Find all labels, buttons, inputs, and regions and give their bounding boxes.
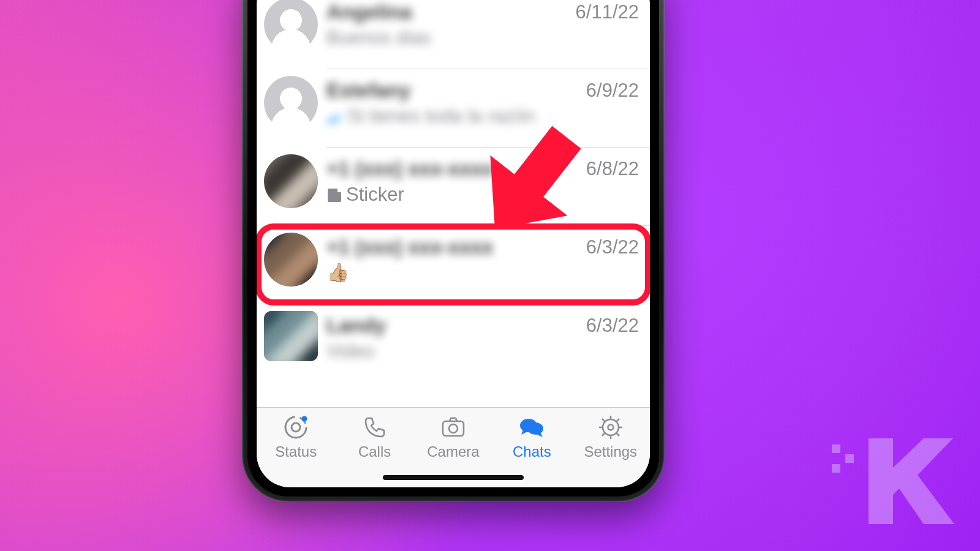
chat-snippet-text: Sticker xyxy=(346,184,404,205)
chat-row[interactable]: +1 (xxx) xxx-xxxx Sticker 6/8/22 xyxy=(257,147,650,225)
chat-snippet: 👍🏼 xyxy=(326,262,640,283)
svg-rect-20 xyxy=(845,454,854,463)
phone-icon xyxy=(361,414,388,441)
avatar-icon xyxy=(264,0,318,51)
tab-calls[interactable]: Calls xyxy=(338,414,412,460)
chat-row[interactable]: Estefany Si tienes toda la razón 6/9/22 xyxy=(257,69,650,147)
svg-point-7 xyxy=(603,419,619,435)
tab-settings[interactable]: Settings xyxy=(574,414,647,460)
status-icon xyxy=(282,414,309,441)
stage: Angelina Buenos dias 6/11/22 Estefany Si… xyxy=(0,0,980,551)
chat-snippet: Video xyxy=(326,340,640,362)
svg-rect-21 xyxy=(832,464,840,473)
gear-icon xyxy=(597,414,624,441)
chat-snippet-text: Si tienes toda la razón xyxy=(347,105,535,127)
chat-date: 6/8/22 xyxy=(586,158,639,180)
chat-snippet: Si tienes toda la razón xyxy=(326,105,640,130)
chat-date: 6/3/22 xyxy=(586,315,639,337)
row-divider xyxy=(326,304,650,304)
svg-rect-3 xyxy=(443,421,464,436)
tab-label: Settings xyxy=(574,443,647,460)
svg-line-14 xyxy=(616,433,619,437)
tab-status[interactable]: Status xyxy=(259,414,333,460)
svg-line-13 xyxy=(602,419,605,422)
sticker-icon xyxy=(326,186,342,208)
chat-row[interactable]: Angelina Buenos dias 6/11/22 xyxy=(257,0,650,69)
tab-label: Chats xyxy=(495,443,568,460)
camera-icon xyxy=(440,414,467,441)
home-indicator[interactable] xyxy=(383,475,524,480)
row-divider xyxy=(326,225,650,226)
chat-date: 6/9/22 xyxy=(586,80,639,102)
phone-screen: Angelina Buenos dias 6/11/22 Estefany Si… xyxy=(257,0,650,487)
row-divider xyxy=(326,69,650,69)
svg-point-1 xyxy=(292,423,300,432)
chats-icon xyxy=(518,414,545,441)
tab-label: Calls xyxy=(338,443,412,460)
svg-line-16 xyxy=(602,433,605,437)
avatar-icon xyxy=(264,76,318,130)
watermark-logo xyxy=(832,432,954,530)
chat-snippet: Sticker xyxy=(326,184,640,208)
tab-chats[interactable]: Chats xyxy=(495,414,568,460)
chat-snippet: Buenos dias xyxy=(326,27,640,49)
svg-point-4 xyxy=(449,424,458,433)
avatar-icon xyxy=(264,154,318,208)
tab-label: Camera xyxy=(417,443,490,460)
chat-date: 6/3/22 xyxy=(586,236,639,258)
svg-point-2 xyxy=(302,416,307,422)
tab-camera[interactable]: Camera xyxy=(417,414,490,460)
avatar-icon xyxy=(264,233,318,287)
svg-point-6 xyxy=(527,422,543,435)
chat-date: 6/11/22 xyxy=(576,1,639,23)
svg-line-15 xyxy=(616,419,619,422)
chat-list[interactable]: Angelina Buenos dias 6/11/22 Estefany Si… xyxy=(257,0,650,414)
tab-label: Status xyxy=(259,443,333,460)
phone-frame: Angelina Buenos dias 6/11/22 Estefany Si… xyxy=(242,0,665,502)
chat-row[interactable]: Landy Video 6/3/22 xyxy=(257,304,650,371)
svg-rect-19 xyxy=(832,444,840,453)
chat-row-highlighted[interactable]: +1 (xxx) xxx-xxxx 👍🏼 6/3/22 xyxy=(257,225,650,304)
svg-point-8 xyxy=(608,425,613,430)
row-divider xyxy=(326,147,650,148)
avatar-icon xyxy=(264,311,318,361)
read-receipt-icon xyxy=(326,108,344,130)
